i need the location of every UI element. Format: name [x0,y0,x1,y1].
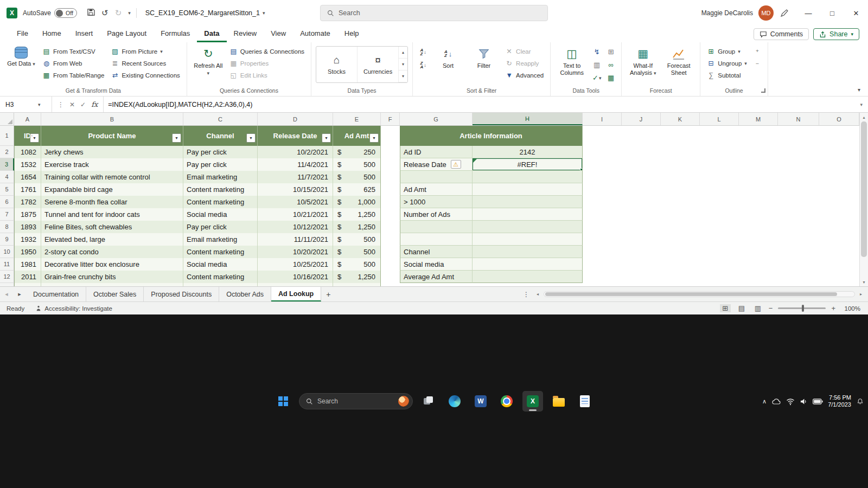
column-header-B[interactable]: B [41,113,183,125]
queries-connections-button[interactable]: Queries & Connections [227,46,307,56]
insert-function-icon[interactable] [91,100,98,108]
row-header-10[interactable]: 10 [0,246,14,258]
volume-icon[interactable] [800,398,808,405]
close-button[interactable] [844,0,868,26]
stocks-button[interactable]: Stocks [316,47,358,82]
tab-options-icon[interactable] [521,291,532,298]
tab-page-layout[interactable]: Page Layout [100,26,154,42]
column-header-C[interactable]: C [183,113,258,125]
from-picture-button[interactable]: From Picture [108,46,182,56]
ink-pen-icon[interactable] [780,9,789,17]
page-break-view-icon[interactable] [752,304,763,312]
vscroll-thumb[interactable] [861,121,867,257]
autosave-toggle[interactable]: AutoSave Off [23,8,77,18]
row-header-6[interactable]: 6 [0,196,14,208]
word-app-button[interactable] [470,391,491,412]
tab-file[interactable]: File [10,26,35,42]
name-box[interactable] [0,97,52,112]
group-button[interactable]: Group [705,46,749,56]
start-button[interactable] [273,391,293,412]
filter-button-id[interactable]: ↑ [30,133,39,143]
vscroll-track[interactable] [860,121,868,278]
document-title[interactable]: SC_EX19_EOM6-2_MargaretSitton_1 [145,9,265,17]
tab-automate[interactable]: Automate [293,26,337,42]
currencies-button[interactable]: Currencies [358,47,399,82]
hscroll-right-icon[interactable] [856,290,866,299]
column-header-D[interactable]: D [258,113,333,125]
onedrive-cloud-icon[interactable] [771,398,781,405]
row-header-11[interactable]: 11 [0,258,14,271]
column-header-L[interactable]: L [700,113,739,125]
tab-data[interactable]: Data [197,26,226,42]
column-header-I[interactable]: I [583,113,622,125]
vertical-scrollbar[interactable] [859,113,868,286]
hscroll-thumb[interactable] [545,292,837,296]
row-header-8[interactable]: 8 [0,221,14,233]
fill-handle[interactable] [580,168,583,171]
minimize-button[interactable] [796,0,820,26]
enter-entry-icon[interactable] [80,101,86,108]
column-header-G[interactable]: G [400,113,473,125]
taskbar-search[interactable] [299,393,413,409]
filter-button-ribbon[interactable]: Filter [467,44,501,70]
column-header-F[interactable]: F [381,113,400,125]
edge-app-button[interactable] [444,391,465,412]
row-header-9[interactable]: 9 [0,233,14,246]
zoom-in-button[interactable] [831,304,835,312]
taskbar-clock[interactable]: 7:56 PM 7/1/2023 [828,394,851,408]
autosave-switch[interactable]: Off [54,8,77,18]
avatar[interactable]: MD [758,5,774,21]
notepad-app-button[interactable] [575,391,595,412]
collapse-ribbon-icon[interactable] [858,87,860,93]
file-explorer-button[interactable] [548,391,569,412]
row-header-7[interactable]: 7 [0,208,14,221]
zoom-slider-thumb[interactable] [802,305,804,312]
excel-app-button[interactable] [522,391,543,412]
row-header-1[interactable]: 1 [0,126,14,146]
tab-help[interactable]: Help [337,26,366,42]
filename-dropdown-icon[interactable] [263,10,265,16]
consolidate-button[interactable] [605,46,617,57]
accessibility-status[interactable]: Accessibility: Investigate [35,305,112,312]
maximize-button[interactable] [820,0,844,26]
sort-descending-button[interactable]: ZA [417,59,429,70]
sheet-tab-ad-lookup[interactable]: Ad Lookup [271,287,321,301]
column-header-M[interactable]: M [739,113,778,125]
column-header-E[interactable]: E [333,113,381,125]
filter-button-release-date[interactable] [322,133,331,143]
normal-view-icon[interactable] [720,304,731,312]
share-button[interactable]: Share [813,28,859,40]
column-header-H[interactable]: H [473,113,583,125]
name-box-input[interactable] [5,101,38,108]
filter-button-ad-amt[interactable] [369,133,379,143]
row-header-2[interactable]: 2 [0,146,14,158]
outline-dialog-launcher-icon[interactable] [761,88,765,93]
new-sheet-button[interactable] [321,287,335,301]
column-header-N[interactable]: N [778,113,819,125]
sheet-tab-proposed-discounts[interactable]: Proposed Discounts [144,287,219,301]
error-checking-warning-icon[interactable]: ⚠ [451,160,461,169]
sheet-tab-documentation[interactable]: Documentation [26,287,86,301]
gallery-up-icon[interactable] [399,47,407,59]
tab-insert[interactable]: Insert [68,26,100,42]
undo-button[interactable] [101,8,108,18]
column-header-O[interactable]: O [819,113,859,125]
tab-formulas[interactable]: Formulas [154,26,197,42]
user-name[interactable]: Maggie DeCarolis [701,9,753,17]
filter-button-product-name[interactable] [172,133,181,143]
wifi-icon[interactable] [786,398,795,405]
hscroll-left-icon[interactable] [533,290,542,299]
relationships-button[interactable] [605,59,617,70]
sort-ascending-button[interactable]: AZ [417,46,429,57]
gallery-down-icon[interactable] [399,59,407,70]
advanced-filter-button[interactable]: Advanced [503,70,546,80]
column-header-K[interactable]: K [661,113,700,125]
select-all-corner[interactable] [0,113,14,125]
get-data-button[interactable]: Get Data [4,44,38,69]
refresh-all-button[interactable]: Refresh All [192,44,225,78]
gallery-more-icon[interactable] [399,70,407,82]
search-daily-image-icon[interactable] [398,396,409,407]
customize-toolbar-icon[interactable] [128,10,131,16]
search-box[interactable] [320,5,548,21]
sheet-tab-october-ads[interactable]: October Ads [219,287,271,301]
